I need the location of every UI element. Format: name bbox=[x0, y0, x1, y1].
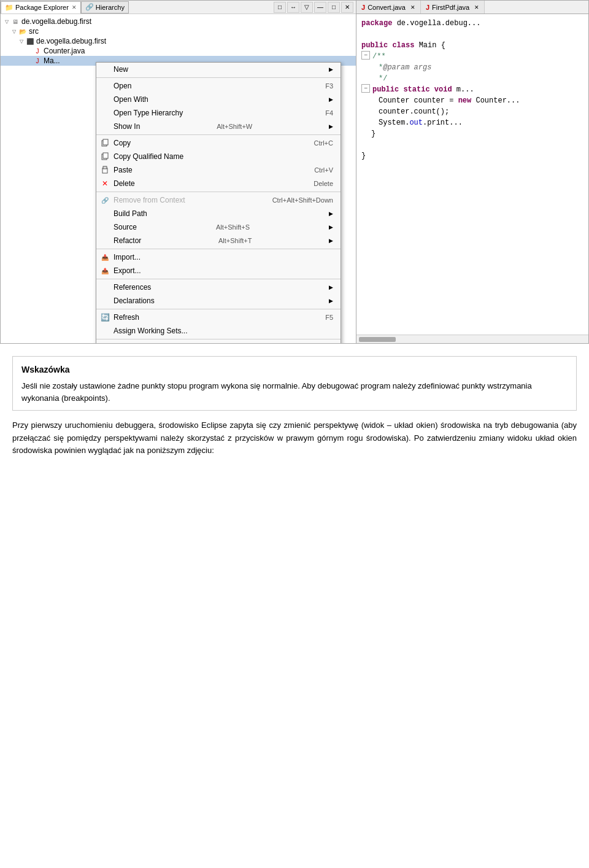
keyword-new: new bbox=[458, 95, 472, 106]
explorer-tree: ▽ 🖥 de.vogella.debug.first ▽ 📂 src ▽ ⬛ d… bbox=[1, 14, 356, 68]
separator-5 bbox=[96, 279, 341, 279]
menu-label-import: Import... bbox=[114, 253, 141, 262]
scrollbar-thumb[interactable] bbox=[359, 337, 396, 342]
hint-box: Wskazówka Jeśli nie zostały ustawione ża… bbox=[12, 356, 577, 411]
tree-arrow-counter: ▷ bbox=[25, 47, 33, 55]
code-line-class: public class Main { bbox=[361, 40, 583, 51]
editor-tabs: J Convert.java ✕ J FirstPdf.java ✕ bbox=[356, 1, 588, 14]
code-counter-type: Counter counter = bbox=[379, 95, 458, 106]
menu-item-build-path[interactable]: Build Path ▶ bbox=[96, 207, 341, 220]
main-paragraph: Przy pierwszy uruchomieniu debuggera, śr… bbox=[12, 419, 577, 456]
menu-arrow-new: ▶ bbox=[329, 66, 333, 72]
tree-label-counter: Counter.java bbox=[44, 47, 85, 55]
menu-item-open-type-hierarchy[interactable]: Open Type Hierarchy F4 bbox=[96, 106, 341, 120]
menu-item-refactor[interactable]: Refactor Alt+Shift+T ▶ bbox=[96, 234, 341, 247]
delete-icon: ✕ bbox=[100, 179, 110, 188]
keyword-void: void bbox=[434, 84, 452, 95]
menu-label-remove-context: Remove from Context bbox=[114, 196, 185, 204]
tab-firstpdf-java[interactable]: J FirstPdf.java ✕ bbox=[421, 1, 485, 14]
menu-item-refresh[interactable]: 🔄 Refresh F5 bbox=[96, 311, 341, 324]
folder-icon: 📂 bbox=[18, 27, 28, 36]
tree-arrow: ▽ bbox=[3, 18, 10, 25]
tree-item-counter[interactable]: ▷ J Counter.java bbox=[1, 46, 356, 56]
menu-item-assign-working-sets[interactable]: Assign Working Sets... bbox=[96, 324, 341, 338]
menu-label-declarations: Declarations bbox=[114, 296, 155, 305]
menu-shortcut-type: F4 bbox=[325, 109, 333, 117]
menu-arrow-show-in: ▶ bbox=[329, 123, 333, 130]
comment-param: * bbox=[379, 62, 383, 73]
keyword-public-2: public bbox=[372, 84, 399, 95]
svg-rect-3 bbox=[103, 153, 108, 158]
menu-item-show-in[interactable]: Show In Alt+Shift+W ▶ bbox=[96, 120, 341, 133]
menu-item-delete[interactable]: ✕ Delete Delete bbox=[96, 177, 341, 190]
separator-4 bbox=[96, 249, 341, 249]
tree-arrow-main: ▷ bbox=[25, 57, 33, 64]
menu-item-references[interactable]: References ▶ bbox=[96, 281, 341, 294]
toolbar-link-btn[interactable]: ↔ bbox=[287, 2, 299, 13]
text-area: Wskazówka Jeśli nie zostały ustawione ża… bbox=[0, 344, 589, 474]
tab-close-convert[interactable]: ✕ bbox=[410, 4, 415, 10]
code-content: package de.vogella.debug... public class… bbox=[356, 14, 588, 335]
menu-label-copy: Copy bbox=[114, 139, 131, 147]
tab-package-explorer[interactable]: 📁 Package Explorer ✕ bbox=[1, 1, 81, 14]
keyword-class: class bbox=[392, 40, 414, 51]
tab-close-firstpdf[interactable]: ✕ bbox=[474, 4, 479, 10]
menu-item-export[interactable]: 📤 Export... bbox=[96, 264, 341, 277]
copy-qualified-icon bbox=[100, 152, 110, 161]
toolbar-close-btn[interactable]: ✕ bbox=[341, 2, 353, 13]
toolbar-menu-btn[interactable]: ▽ bbox=[301, 2, 313, 13]
menu-shortcut-delete: Delete bbox=[314, 180, 333, 187]
collapse-icon-2[interactable]: − bbox=[361, 84, 370, 93]
menu-item-open-with[interactable]: Open With ▶ bbox=[96, 93, 341, 106]
menu-item-copy-qualified[interactable]: Copy Qualified Name bbox=[96, 150, 341, 163]
menu-item-paste[interactable]: Paste Ctrl+V bbox=[96, 163, 341, 177]
menu-label-refresh: Refresh bbox=[114, 313, 139, 322]
menu-label-build-path: Build Path bbox=[114, 209, 147, 218]
tree-item-package[interactable]: ▽ ⬛ de.vogella.debug.first bbox=[1, 36, 356, 46]
menu-item-run-as[interactable]: Run As ▶ bbox=[96, 341, 341, 343]
menu-label-open-with: Open With bbox=[114, 95, 148, 104]
menu-shortcut-paste: Ctrl+V bbox=[314, 166, 333, 174]
toolbar-minimize-btn[interactable]: — bbox=[314, 2, 326, 13]
menu-item-open[interactable]: Open F3 bbox=[96, 79, 341, 93]
menu-arrow-references: ▶ bbox=[329, 284, 333, 290]
tab-java-icon-firstpdf: J bbox=[426, 4, 429, 11]
tab-label-convert: Convert.java bbox=[368, 4, 406, 11]
tree-arrow-package: ▽ bbox=[18, 37, 25, 45]
project-icon: 🖥 bbox=[10, 17, 20, 26]
tree-item-src[interactable]: ▽ 📂 src bbox=[1, 26, 356, 36]
menu-label-assign-working-sets: Assign Working Sets... bbox=[114, 327, 188, 335]
menu-item-copy[interactable]: Copy Ctrl+C bbox=[96, 136, 341, 150]
collapse-icon-1[interactable]: − bbox=[361, 51, 370, 60]
tab-hierarchy[interactable]: 🔗 Hierarchy bbox=[81, 1, 129, 14]
tree-label-src: src bbox=[29, 27, 39, 36]
editor-scrollbar[interactable] bbox=[356, 335, 588, 343]
tree-label-root: de.vogella.debug.first bbox=[21, 17, 91, 26]
code-class-name: Main { bbox=[419, 40, 445, 51]
code-count-call: counter.count(); bbox=[379, 106, 449, 117]
toolbar-collapse-btn[interactable]: □ bbox=[274, 2, 286, 13]
tab-close-icon[interactable]: ✕ bbox=[72, 4, 77, 10]
package-icon: ⬛ bbox=[25, 37, 35, 45]
menu-label-references: References bbox=[114, 283, 151, 292]
code-print: .print... bbox=[423, 117, 463, 128]
menu-label-open: Open bbox=[114, 82, 131, 90]
panel-header: 📁 Package Explorer ✕ 🔗 Hierarchy □ ↔ ▽ —… bbox=[1, 1, 356, 14]
menu-item-declarations[interactable]: Declarations ▶ bbox=[96, 294, 341, 308]
menu-label-source: Source bbox=[114, 223, 137, 231]
toolbar-maximize-btn[interactable]: □ bbox=[328, 2, 340, 13]
code-line-counter-new: Counter counter = new Counter... bbox=[361, 95, 583, 106]
menu-item-new[interactable]: New ▶ bbox=[96, 63, 341, 76]
code-out: out bbox=[409, 117, 423, 128]
tab-convert-java[interactable]: J Convert.java ✕ bbox=[356, 1, 421, 14]
annotation-param: @param args bbox=[383, 62, 431, 73]
code-line-blank-2 bbox=[361, 139, 583, 150]
menu-item-import[interactable]: 📥 Import... bbox=[96, 250, 341, 264]
menu-label-new: New bbox=[114, 65, 128, 74]
menu-shortcut-refactor: Alt+Shift+T bbox=[218, 237, 252, 244]
tree-item-root[interactable]: ▽ 🖥 de.vogella.debug.first bbox=[1, 17, 356, 26]
menu-item-source[interactable]: Source Alt+Shift+S ▶ bbox=[96, 220, 341, 234]
java-file-icon: J bbox=[33, 47, 42, 55]
ide-area: 📁 Package Explorer ✕ 🔗 Hierarchy □ ↔ ▽ —… bbox=[0, 0, 589, 344]
code-line-comment-start: − /** bbox=[361, 51, 583, 62]
